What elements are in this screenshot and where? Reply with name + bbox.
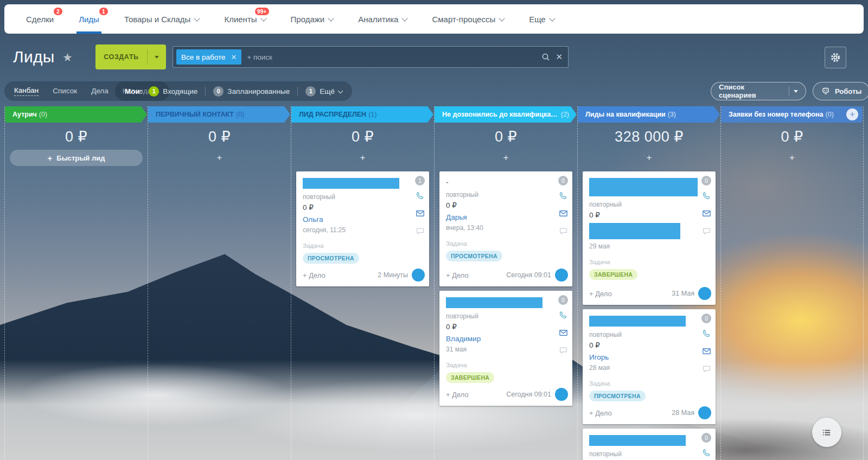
contact-link[interactable]: Ольга bbox=[303, 215, 404, 223]
nav-item-Клиенты[interactable]: Клиенты99+ bbox=[224, 4, 265, 34]
column-header[interactable]: Заявки без номер телефона(0)+ bbox=[721, 106, 863, 123]
nav-item-Лиды[interactable]: Лиды1 bbox=[79, 4, 99, 34]
lead-card[interactable]: 0повторный0 ₽Владимир31 маяЗадачаЗАВЕРШЕ… bbox=[439, 291, 572, 406]
filter-chip-close-icon[interactable]: ✕ bbox=[231, 53, 237, 61]
chat-icon[interactable] bbox=[701, 363, 712, 374]
lead-card[interactable]: -0повторный0 ₽Дарьявчера, 13:40ЗадачаПРО… bbox=[439, 171, 572, 286]
robots-button-label: Роботы bbox=[835, 87, 861, 95]
tab-Канбан[interactable]: Канбан bbox=[14, 86, 39, 96]
kanban-column: ПЕРВИЧНЫЙ КОНТАКТ(0)0 ₽+ bbox=[148, 106, 291, 460]
lead-card[interactable]: 0повторный0 ₽Игорь28 маяЗадачаПРОСМОТРЕН… bbox=[583, 309, 716, 424]
assignee-avatar[interactable] bbox=[555, 388, 568, 401]
card-action-icons bbox=[701, 329, 712, 374]
phone-icon[interactable] bbox=[558, 191, 569, 201]
search-bar[interactable]: Все в работе ✕ + поиск ✕ bbox=[173, 46, 569, 68]
column-name: Аутрич bbox=[12, 111, 37, 118]
filter-chip[interactable]: Все в работе ✕ bbox=[176, 49, 241, 65]
column-header[interactable]: Лиды на квалификации(3) bbox=[578, 106, 720, 123]
kanban-column: Аутрич(0)0 ₽+Быстрый лид bbox=[4, 106, 148, 460]
column-total-amount: 0 ₽ bbox=[148, 128, 291, 145]
tab-Дела[interactable]: Дела bbox=[91, 87, 108, 96]
counter-Ещё[interactable]: 1Ещё bbox=[305, 86, 342, 97]
mail-icon[interactable] bbox=[558, 208, 569, 219]
contact-link[interactable]: Игорь bbox=[589, 353, 691, 361]
phone-icon[interactable] bbox=[558, 310, 569, 321]
contact-link[interactable]: Дарья bbox=[446, 213, 547, 221]
counter-divider bbox=[205, 87, 206, 95]
counter-Входящие[interactable]: 1Входящие bbox=[149, 86, 197, 97]
card-footer: + ДелоСегодня 09:01 bbox=[446, 388, 568, 401]
assignee-avatar[interactable] bbox=[555, 269, 568, 282]
add-activity-button[interactable]: + Дело bbox=[589, 290, 612, 298]
add-lead-button[interactable]: + bbox=[726, 150, 858, 166]
phone-icon[interactable] bbox=[701, 448, 712, 458]
counter-Запланированные[interactable]: 0Запланированные bbox=[213, 86, 290, 97]
column-name: Лиды на квалификации bbox=[585, 111, 666, 118]
assignee-avatar[interactable] bbox=[412, 269, 425, 282]
lead-card[interactable]: 0повторный0 ₽29 маяЗадачаЗАВЕРШЕНА+ Дело… bbox=[583, 171, 716, 305]
chat-icon[interactable] bbox=[415, 226, 425, 236]
chat-icon[interactable] bbox=[558, 345, 569, 355]
nav-item-Продажи[interactable]: Продажи bbox=[291, 4, 334, 34]
add-lead-button[interactable]: + bbox=[296, 150, 429, 166]
add-activity-button[interactable]: + Дело bbox=[446, 391, 469, 399]
card-action-icons bbox=[415, 191, 425, 236]
nav-item-label: Еще bbox=[529, 15, 546, 24]
task-status-badge: ПРОСМОТРЕНА bbox=[589, 391, 646, 401]
add-activity-button[interactable]: + Дело bbox=[303, 271, 326, 279]
column-header[interactable]: Не дозвонились до квалифицкации(2) bbox=[435, 106, 577, 123]
mail-icon[interactable] bbox=[558, 328, 569, 338]
quick-lead-button[interactable]: +Быстрый лид bbox=[10, 150, 143, 166]
add-column-button[interactable]: + bbox=[846, 108, 858, 120]
card-counter-badge: 0 bbox=[701, 176, 711, 186]
column-total-amount: 0 ₽ bbox=[721, 128, 863, 145]
chat-icon[interactable] bbox=[701, 226, 712, 236]
nav-item-Еще[interactable]: Еще bbox=[529, 4, 554, 34]
search-input[interactable]: + поиск bbox=[247, 53, 541, 61]
kanban-column: Заявки без номер телефона(0)+0 ₽+ bbox=[720, 106, 864, 460]
mail-icon[interactable] bbox=[701, 208, 712, 219]
create-dropdown-button[interactable] bbox=[148, 44, 166, 69]
assignee-avatar[interactable] bbox=[698, 406, 711, 419]
nav-item-Товары и Склады[interactable]: Товары и Склады bbox=[124, 4, 200, 34]
lead-card[interactable]: 1повторный0 ₽Ольгасегодня, 11:25ЗадачаПР… bbox=[296, 171, 429, 286]
nav-item-Аналитика[interactable]: Аналитика bbox=[358, 4, 407, 34]
phone-icon[interactable] bbox=[415, 191, 425, 201]
search-icon[interactable] bbox=[541, 53, 550, 61]
nav-item-Смарт-процессы[interactable]: Смарт-процессы bbox=[432, 4, 504, 34]
create-button-label[interactable]: СОЗДАТЬ bbox=[95, 44, 147, 69]
chat-icon[interactable] bbox=[558, 226, 569, 236]
card-action-icons bbox=[701, 448, 712, 460]
contact-link[interactable]: Владимир bbox=[446, 335, 547, 343]
favorite-star-icon[interactable]: ★ bbox=[62, 51, 73, 64]
settings-button[interactable] bbox=[825, 47, 846, 68]
assignee-avatar[interactable] bbox=[698, 287, 711, 300]
phone-icon[interactable] bbox=[701, 329, 712, 339]
column-header[interactable]: ПЕРВИЧНЫЙ КОНТАКТ(0) bbox=[148, 106, 290, 123]
add-lead-button[interactable]: + bbox=[583, 150, 716, 166]
lead-amount: 0 ₽ bbox=[446, 201, 547, 209]
add-activity-button[interactable]: + Дело bbox=[589, 409, 612, 417]
column-cards: -0повторный0 ₽Дарьявчера, 13:40ЗадачаПРО… bbox=[435, 169, 577, 406]
phone-icon[interactable] bbox=[701, 191, 712, 201]
scenarios-button[interactable]: Список сценариев bbox=[711, 82, 806, 100]
column-total-amount: 0 ₽ bbox=[291, 128, 434, 145]
column-header[interactable]: ЛИД РАСПРЕДЕЛЕН(1) bbox=[291, 106, 433, 123]
lead-date: 29 мая bbox=[589, 242, 691, 250]
mail-icon[interactable] bbox=[701, 346, 712, 356]
search-clear-icon[interactable]: ✕ bbox=[556, 52, 563, 62]
add-activity-button[interactable]: + Дело bbox=[446, 271, 469, 279]
redacted-lead-title bbox=[589, 316, 686, 327]
add-lead-button[interactable]: + bbox=[153, 150, 286, 166]
mail-icon[interactable] bbox=[415, 208, 425, 219]
quick-menu-button[interactable] bbox=[812, 418, 841, 447]
tab-Список[interactable]: Список bbox=[53, 87, 77, 96]
column-header[interactable]: Аутрич(0) bbox=[5, 106, 147, 123]
nav-item-Сделки[interactable]: Сделки2 bbox=[26, 4, 54, 34]
add-lead-button[interactable]: + bbox=[439, 150, 572, 166]
top-navigation-bar: Сделки2Лиды1Товары и СкладыКлиенты99+Про… bbox=[4, 4, 864, 34]
card-footer: + ДелоСегодня 09:01 bbox=[446, 269, 568, 282]
create-button[interactable]: СОЗДАТЬ bbox=[95, 44, 166, 69]
lead-card[interactable]: 0повторный bbox=[583, 429, 716, 460]
robots-button[interactable]: Роботы bbox=[813, 82, 868, 100]
